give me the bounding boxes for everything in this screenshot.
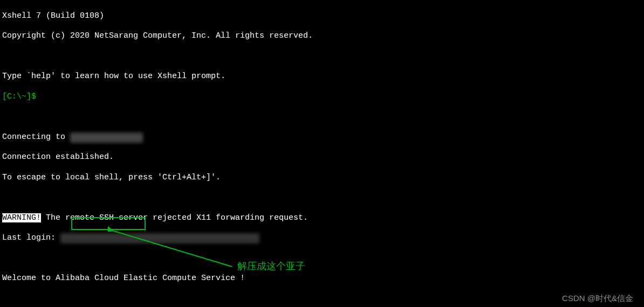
escape-hint: To escape to local shell, press 'Ctrl+Al… — [2, 173, 642, 183]
last-login-label: Last login: — [2, 233, 60, 242]
annotation-text: 解压成这个亚子 — [237, 260, 305, 273]
warning-label: WARNING! — [2, 213, 41, 222]
warning-message: The remote SSH server rejected X11 forwa… — [41, 213, 308, 222]
connection-established: Connection established. — [2, 152, 642, 163]
connecting-label: Connecting to — [2, 132, 70, 142]
product-line: Xshell 7 (Build 0108) — [2, 11, 642, 22]
terminal-output[interactable]: Xshell 7 (Build 0108) Copyright (c) 2020… — [0, 0, 644, 307]
local-prompt: [C:\~]$ — [2, 92, 41, 101]
welcome-line: Welcome to Alibaba Cloud Elastic Compute… — [2, 274, 642, 284]
last-login-redacted: xxx xxx xx xx:xx:xx xxxx from xxx.xxx.xx… — [60, 233, 259, 243]
help-hint: Type `help' to learn how to use Xshell p… — [2, 72, 642, 82]
connecting-host-redacted: xxx.xxx.xxx.xxx — [70, 132, 143, 143]
watermark: CSDN @时代&信金 — [562, 294, 633, 304]
copyright-line: Copyright (c) 2020 NetSarang Computer, I… — [2, 31, 642, 41]
